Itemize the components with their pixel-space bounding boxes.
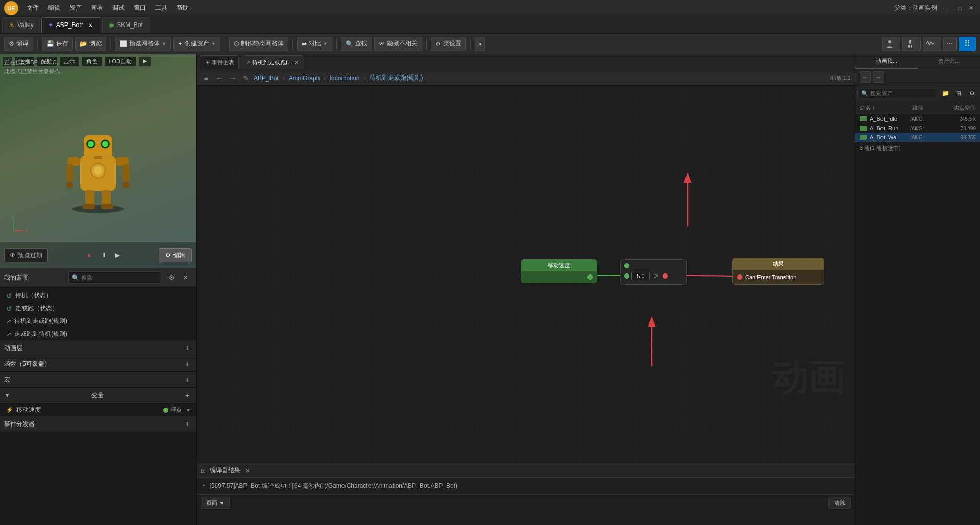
variable-move-speed[interactable]: ⚡ 移动速度 浮点 ▾ xyxy=(0,404,196,416)
page-button[interactable]: 页面 ▼ xyxy=(201,497,230,509)
result-node[interactable]: 结果 Can Enter Transition xyxy=(732,258,824,285)
asset-filter-btn[interactable]: ⊞ xyxy=(952,87,965,99)
more-button[interactable]: » xyxy=(475,37,485,51)
tab-abp-close[interactable]: ✕ xyxy=(86,21,94,29)
svg-point-18 xyxy=(66,181,74,188)
section-variables[interactable]: ▼ 变量 + xyxy=(0,388,196,404)
skeleton-icon-btn[interactable] xyxy=(902,37,921,51)
section-anim-add[interactable]: + xyxy=(183,343,192,353)
compile-button[interactable]: ⚙ 编译 xyxy=(4,37,33,51)
menu-edit[interactable]: 编辑 xyxy=(44,2,64,14)
browse-icon: 📂 xyxy=(80,40,87,47)
character-icon-btn[interactable] xyxy=(882,37,900,51)
blueprint-search[interactable]: 🔍 xyxy=(68,271,161,284)
menu-view[interactable]: 查看 xyxy=(87,2,107,14)
class-settings-button[interactable]: ⚙ 类设置 xyxy=(431,37,466,51)
character-btn[interactable]: 角色 xyxy=(82,56,102,67)
asset-item-run[interactable]: A_Bot_Run /All/G: 73.499 xyxy=(855,123,980,133)
tab-abp-bot[interactable]: ✦ ABP_Bot* ✕ xyxy=(41,17,101,33)
asset-idle-size: 245.5 k xyxy=(948,116,976,122)
close-button[interactable]: ✕ xyxy=(966,3,976,13)
blueprint-search-input[interactable] xyxy=(81,274,158,281)
section-event-dispatcher[interactable]: 事件分发器 + xyxy=(0,416,196,432)
browse-button[interactable]: 📂 浏览 xyxy=(75,37,106,51)
anim-preview-tab[interactable]: 动画预... xyxy=(855,54,918,69)
forward-btn[interactable]: ▶ xyxy=(113,250,123,260)
nav-settings-btn[interactable]: ≡ xyxy=(201,72,212,84)
play-btn[interactable]: ▶ xyxy=(138,56,152,67)
compiler-close-btn[interactable]: ✕ xyxy=(244,467,251,475)
compare-node[interactable]: 5.0 > xyxy=(620,259,687,285)
section-macros[interactable]: 宏 + xyxy=(0,372,196,388)
blueprint-settings-btn[interactable]: ⚙ xyxy=(165,271,178,284)
breadcrumb-rule[interactable]: 待机到走或跑(规则) xyxy=(370,73,423,82)
bp-item-idle[interactable]: ↺ 待机（状态） xyxy=(0,289,196,302)
section-var-add[interactable]: + xyxy=(183,391,192,400)
graph-tab-event[interactable]: ⊞ 事件图表 xyxy=(201,55,239,69)
blueprint-close-btn[interactable]: ✕ xyxy=(180,271,192,284)
anim-icon-btn[interactable] xyxy=(923,37,941,51)
bp-item-walk-run[interactable]: ↺ 走或跑（状态） xyxy=(0,302,196,315)
lod-btn[interactable]: LOD自动 xyxy=(104,56,136,67)
edit-button[interactable]: ⚙ 编辑 xyxy=(159,248,192,262)
asset-folder-btn[interactable]: 📁 xyxy=(939,87,951,99)
compare-row-1 xyxy=(623,262,684,270)
more-icons-btn[interactable]: ⋯ xyxy=(943,37,957,51)
asset-item-walk[interactable]: A_Bot_Wal /All/G: 98.355 xyxy=(855,133,980,142)
var-dot xyxy=(163,408,168,413)
clear-button[interactable]: 清除 xyxy=(828,497,851,509)
graph-tab-idle-to-run[interactable]: ↗ 待机到走或跑(... ✕ xyxy=(241,55,303,69)
static-mesh-button[interactable]: ⬡ 制作静态网格体 xyxy=(229,37,288,51)
save-button[interactable]: 💾 保存 xyxy=(42,37,73,51)
active-mode-button[interactable]: ⠿ xyxy=(959,37,976,51)
asset-settings-btn[interactable]: ⚙ xyxy=(966,87,978,99)
preview-expired-button[interactable]: 👁 预览过期 xyxy=(4,248,48,262)
menu-debug[interactable]: 调试 xyxy=(108,2,129,14)
section-func-add[interactable]: + xyxy=(183,359,192,368)
nav-right-btn[interactable]: → xyxy=(873,71,884,83)
left-panel: ≡ 透视 光照 显示 角色 LOD自动 ▶ 正在预览ABP_Bot_C,此模式已… xyxy=(0,54,197,525)
rule-graph-icon: ↗ xyxy=(246,59,250,66)
find-button[interactable]: 🔍 查找 xyxy=(341,37,372,51)
section-event-add[interactable]: + xyxy=(183,419,192,429)
asset-browser-tab[interactable]: 资产浏... xyxy=(918,54,980,69)
hide-unrelated-button[interactable]: 👁 隐藏不相关 xyxy=(374,37,422,51)
section-anim-label: 动画层 xyxy=(4,344,22,353)
menu-tools[interactable]: 工具 xyxy=(151,2,172,14)
breadcrumb-animgraph[interactable]: AnimGraph xyxy=(289,74,320,82)
pause-btn[interactable]: ⏸ xyxy=(99,250,109,260)
var-type-label: 浮点 xyxy=(163,406,182,414)
nav-pencil-btn[interactable]: ✎ xyxy=(240,72,252,84)
nav-left-btn[interactable]: ← xyxy=(860,71,871,83)
section-functions[interactable]: 函数（5可覆盖） + xyxy=(0,356,196,372)
blueprint-title: 我的蓝图 xyxy=(4,273,29,282)
bp-item-idle-to-walk[interactable]: ↗ 待机到走或跑(规则) xyxy=(0,315,196,328)
breadcrumb-sep-3: › xyxy=(363,74,365,82)
record-btn[interactable]: ● xyxy=(84,250,94,260)
preview-mesh-button[interactable]: ⬜ 预览网格体 ▼ xyxy=(115,37,171,51)
breadcrumb-locomotion[interactable]: locomotion xyxy=(330,74,359,82)
asset-item-idle[interactable]: A_Bot_Idle /All/G: 245.5 k xyxy=(855,114,980,123)
compare-button[interactable]: ⇌ 对比 ▼ xyxy=(297,37,332,51)
graph-canvas[interactable]: 移动速度 xyxy=(197,86,855,464)
create-asset-button[interactable]: ✦ 创建资产 ▼ xyxy=(173,37,220,51)
maximize-button[interactable]: □ xyxy=(954,3,965,13)
menu-window[interactable]: 窗口 xyxy=(130,2,150,14)
asset-search-input-container[interactable]: 🔍 xyxy=(857,89,938,98)
nav-back-btn[interactable]: ← xyxy=(214,72,225,84)
minimize-button[interactable]: — xyxy=(943,3,953,13)
section-animation-layer[interactable]: 动画层 + xyxy=(0,340,196,356)
menu-asset[interactable]: 资产 xyxy=(65,2,86,14)
tab-skm-bot[interactable]: ◉ SKM_Bot xyxy=(102,17,150,33)
menu-file[interactable]: 文件 xyxy=(22,2,43,14)
menu-help[interactable]: 帮助 xyxy=(173,2,193,14)
compare-value[interactable]: 5.0 xyxy=(631,272,650,280)
tab-valley[interactable]: ⚠ Valley xyxy=(2,17,40,33)
idle-to-run-close[interactable]: ✕ xyxy=(295,60,299,65)
section-macro-add[interactable]: + xyxy=(183,375,192,384)
breadcrumb-abp[interactable]: ABP_Bot xyxy=(254,74,279,82)
bp-item-walk-to-idle[interactable]: ↗ 走或跑到待机(规则) xyxy=(0,328,196,340)
asset-search-input[interactable] xyxy=(870,90,921,96)
nav-forward-btn[interactable]: → xyxy=(227,72,238,84)
speed-node[interactable]: 移动速度 xyxy=(521,259,597,283)
